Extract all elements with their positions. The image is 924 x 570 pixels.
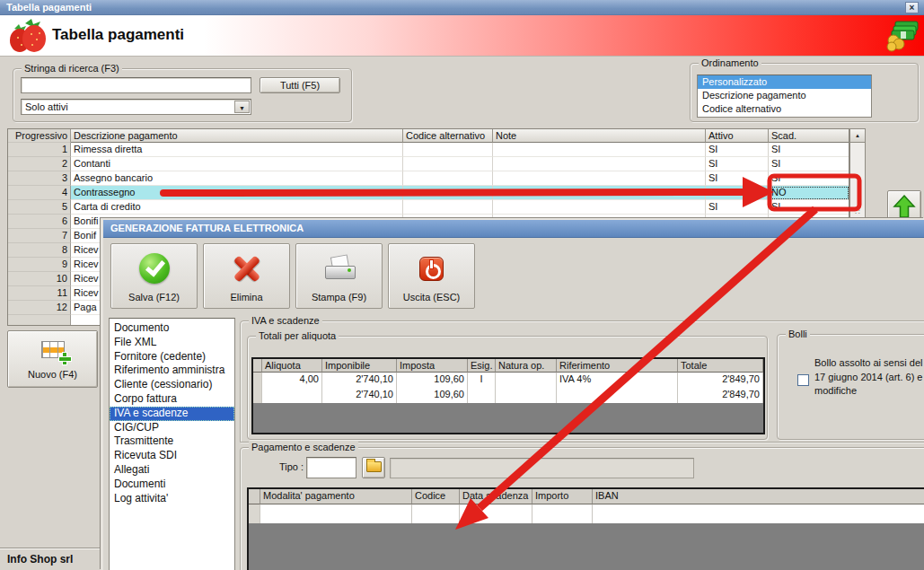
filter-dropdown[interactable]: Solo attivi ▼ [21, 99, 251, 115]
exit-button[interactable]: Uscita (ESC) [388, 243, 475, 309]
column-header-note[interactable]: Note [493, 129, 706, 143]
cell-attivo[interactable]: SI [706, 143, 769, 157]
save-button[interactable]: Salva (F12) [110, 243, 198, 309]
column-header-codice[interactable]: Codice alternativo [403, 129, 493, 143]
column-header-scad[interactable]: Scad. [769, 129, 849, 143]
cell-descrizione[interactable]: Contrassegno [71, 186, 403, 200]
payment-cell[interactable] [532, 504, 593, 523]
cell-descrizione[interactable]: Assegno bancario [71, 171, 403, 186]
scroll-up-icon[interactable]: ▲ [850, 129, 865, 143]
totals-cell: 109,60 [397, 388, 468, 403]
cell-scad-focused[interactable]: NO [769, 186, 849, 200]
cell-descrizione[interactable]: Carta di credito [71, 200, 403, 215]
nav-item-documento[interactable]: Documento [110, 321, 234, 336]
cell-attivo[interactable]: SI [706, 171, 769, 186]
totals-cell[interactable]: 109,60 [397, 373, 468, 388]
totals-cell[interactable]: 2'849,70 [678, 373, 763, 388]
tipo-input[interactable] [306, 457, 356, 478]
ordering-option-descrizione[interactable]: Descrizione pagamento [698, 89, 871, 102]
ordering-option-codice[interactable]: Codice alternativo [698, 102, 871, 116]
print-button[interactable]: Stampa (F9) [295, 243, 383, 309]
ordering-option-personalizzato[interactable]: Personalizzato [698, 75, 871, 89]
totals-cell[interactable]: IVA 4% [557, 373, 678, 388]
totals-col-aliquota[interactable]: Aliquota [262, 359, 322, 373]
column-header-progressivo[interactable]: Progressivo [8, 129, 71, 143]
payment-col-iban[interactable]: IBAN [593, 489, 924, 504]
tipo-lookup-button[interactable] [362, 457, 385, 478]
table-row[interactable]: 5 Carta di credito SI SI [8, 200, 849, 215]
payment-col-importo[interactable]: Importo [532, 489, 593, 504]
cell-note[interactable] [493, 143, 706, 157]
dialog-titlebar[interactable]: GENERAZIONE FATTURA ELETTRONICA [103, 220, 924, 238]
cell-codice[interactable] [403, 143, 493, 157]
nav-item-fornitore[interactable]: Fornitore (cedente) [110, 350, 234, 364]
payment-cell[interactable] [593, 504, 924, 523]
cell-note[interactable] [493, 157, 706, 171]
cell-attivo[interactable]: SI [706, 200, 769, 215]
column-header-descrizione[interactable]: Descrizione pagamento [71, 129, 403, 143]
bolli-group-label: Bolli [786, 329, 810, 339]
totals-cell[interactable] [496, 373, 557, 388]
nav-item-ricevuta-sdi[interactable]: Ricevuta SDI [110, 449, 234, 463]
close-icon[interactable]: × [905, 2, 919, 13]
cell-codice[interactable] [403, 186, 493, 200]
nav-item-riferimento[interactable]: Riferimento amministra [110, 364, 234, 378]
payment-cell[interactable] [412, 504, 460, 523]
payment-cell[interactable] [460, 504, 532, 523]
cell-scad[interactable]: SI [769, 157, 849, 171]
bolli-group: Bolli Bollo assolto ai sensi del d 17 gi… [777, 334, 924, 440]
cell-descrizione[interactable]: Rimessa diretta [71, 143, 403, 157]
nav-item-log-attivita[interactable]: Log attivita' [110, 492, 234, 506]
totals-col-esig[interactable]: Esig. [468, 359, 496, 373]
nav-item-cliente[interactable]: Cliente (cessionario) [110, 378, 234, 392]
new-button[interactable]: Nuovo (F4) [7, 330, 98, 388]
table-row[interactable]: 2 Contanti SI SI [8, 157, 849, 171]
cell-progressivo [8, 315, 71, 326]
payment-col-codice[interactable]: Codice [412, 489, 460, 504]
nav-item-trasmittente[interactable]: Trasmittente [110, 434, 234, 449]
table-row[interactable]: 3 Assegno bancario SI SI [8, 171, 849, 186]
nav-item-allegati[interactable]: Allegati [110, 463, 234, 478]
cell-note[interactable] [493, 200, 706, 215]
cell-codice[interactable] [403, 157, 493, 171]
chevron-down-icon[interactable]: ▼ [234, 101, 250, 113]
totals-cell[interactable]: 4,00 [262, 373, 322, 388]
totals-col-totale[interactable]: Totale [678, 359, 763, 373]
payment-cell[interactable] [260, 504, 412, 523]
table-row-highlighted[interactable]: 4 Contrassegno SI NO [8, 186, 849, 200]
totals-cell [262, 388, 322, 403]
nav-item-corpo-fattura[interactable]: Corpo fattura [110, 392, 234, 407]
bollo-checkbox[interactable] [797, 374, 809, 386]
tipo-label: Tipo : [252, 461, 304, 472]
totals-cell[interactable]: 2'740,10 [322, 373, 397, 388]
totals-col-riferimento[interactable]: Riferimento [557, 359, 678, 373]
totals-cell[interactable]: I [468, 373, 496, 388]
cell-codice[interactable] [403, 200, 493, 215]
totals-col-imposta[interactable]: Imposta [397, 359, 468, 373]
payment-col-modalita[interactable]: Modalita' pagamento [260, 489, 412, 504]
column-header-attivo[interactable]: Attivo [706, 129, 769, 143]
delete-button[interactable]: Elimina [203, 243, 290, 309]
window-titlebar[interactable]: Tabella pagamenti [0, 0, 924, 15]
cell-scad[interactable]: SI [769, 143, 849, 157]
nav-item-iva-scadenze[interactable]: IVA e scadenze [110, 407, 234, 421]
cell-attivo[interactable]: SI [706, 186, 769, 200]
nav-item-file-xml[interactable]: File XML [110, 336, 234, 350]
totals-col-natura[interactable]: Natura op. [496, 359, 557, 373]
payment-col-data[interactable]: Data scadenza [460, 489, 532, 504]
cell-note[interactable] [493, 171, 706, 186]
search-input[interactable] [21, 77, 251, 93]
cell-scad[interactable]: SI [769, 171, 849, 186]
nav-item-cig-cup[interactable]: CIG/CUP [110, 421, 234, 435]
table-row[interactable]: 1 Rimessa diretta SI SI [8, 143, 849, 157]
cell-note[interactable] [493, 186, 706, 200]
cell-attivo[interactable]: SI [706, 157, 769, 171]
cell-progressivo: 1 [8, 143, 71, 157]
nav-item-documenti[interactable]: Documenti [110, 478, 234, 492]
totals-cell [557, 388, 678, 403]
totals-col-imponibile[interactable]: Imponibile [322, 359, 397, 373]
cell-descrizione[interactable]: Contanti [71, 157, 403, 171]
cell-codice[interactable] [403, 171, 493, 186]
all-button[interactable]: Tutti (F5) [260, 77, 340, 93]
cell-scad[interactable]: SI [769, 200, 849, 215]
